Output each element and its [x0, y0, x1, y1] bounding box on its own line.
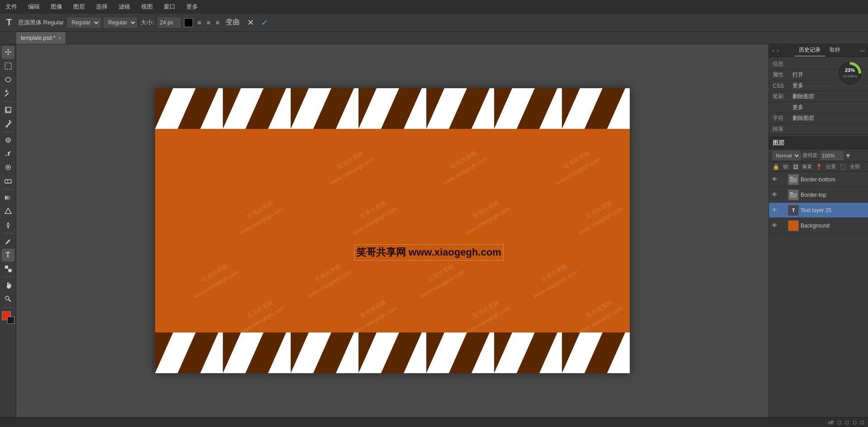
watermark-text: www.xiaogegh.com — [464, 205, 511, 236]
text-tool-label: T — [6, 251, 10, 259]
rp-tabs: 历史记录 取样 — [794, 44, 845, 57]
layers-controls: Normal 透明度: ▼ — [769, 149, 868, 162]
layer-eye-icon-2[interactable]: 👁 — [772, 191, 779, 198]
watermark-text: 笑哥共享网 — [539, 262, 569, 284]
rp-value-del-layer2[interactable]: 删除图层 — [793, 114, 864, 122]
menu-image[interactable]: 图像 — [49, 2, 64, 12]
rp-expand-btn[interactable]: >< — [859, 48, 866, 53]
layer-item-border-top[interactable]: 👁 Border-top — [769, 187, 868, 203]
main-area: T — [0, 44, 868, 417]
svg-line-2 — [5, 93, 9, 96]
confirm-btn[interactable]: ✓ — [259, 17, 270, 28]
layer-item-text25[interactable]: 👁 T Text layer 25 — [769, 203, 868, 218]
gradient-tool[interactable] — [2, 191, 14, 204]
move-tool[interactable] — [2, 46, 14, 59]
menu-select[interactable]: 选择 — [94, 2, 109, 12]
shape-tool[interactable] — [2, 262, 14, 275]
layers-section: 图层 Normal 透明度: ▼ 🔒 锁: 🖼 像素 📍 位置 ⬛ 全部 — [769, 137, 868, 417]
clone-tool[interactable] — [2, 161, 14, 174]
layer-name-text25: Text layer 25 — [801, 207, 865, 214]
watermark-text: www.xiaogegh.com — [577, 304, 624, 336]
tab-template[interactable]: template.psd * × — [16, 32, 66, 44]
layer-eye-icon-3[interactable]: 👁 — [772, 207, 779, 214]
rp-collapse-right-btn[interactable]: > — [775, 48, 780, 53]
pen-tool[interactable] — [2, 235, 14, 248]
watermark-text: 笑哥共享网 — [472, 299, 501, 320]
opacity-input[interactable] — [821, 151, 843, 160]
menu-more[interactable]: 更多 — [184, 2, 200, 12]
layer-thumb-text: T — [788, 205, 799, 216]
watermark-text: www.xiaogegh.com — [329, 155, 376, 186]
layer-eye-icon-4[interactable]: 👁 — [772, 222, 779, 229]
align-left-btn[interactable]: ≡ — [197, 18, 202, 27]
menu-edit[interactable]: 编辑 — [26, 2, 42, 12]
menu-view[interactable]: 视图 — [139, 2, 155, 12]
rp-tab-history[interactable]: 历史记录 — [794, 44, 825, 57]
menu-window[interactable]: 窗口 — [162, 2, 177, 12]
tab-bar: template.psd * × — [0, 32, 868, 44]
text-color-box[interactable] — [184, 18, 193, 27]
watermark-text: 笑哥共享网 — [245, 299, 275, 320]
status-icon-2[interactable]: ◻ — [845, 419, 849, 425]
rp-collapse-left-btn[interactable]: < — [771, 48, 775, 53]
blur-tool[interactable] — [2, 205, 14, 218]
select-rect-tool[interactable] — [2, 60, 14, 72]
tab-close-icon[interactable]: × — [58, 35, 61, 41]
status-icon-3[interactable]: ◻ — [853, 419, 857, 425]
menu-layer[interactable]: 图层 — [71, 2, 87, 12]
opacity-dropdown-icon[interactable]: ▼ — [845, 152, 851, 159]
canvas-area[interactable]: 笑哥共享网www.xiaogegh.com笑哥共享网www.xiaogegh.c… — [16, 44, 769, 417]
svg-marker-3 — [4, 89, 8, 93]
menu-filter[interactable]: 滤镜 — [117, 2, 132, 12]
lock-pos-label: 位置 — [826, 163, 836, 170]
zoom-tool[interactable] — [2, 293, 14, 305]
background-color[interactable] — [7, 317, 14, 324]
lasso-tool[interactable] — [2, 73, 14, 86]
warp-btn[interactable]: 变曲 — [224, 17, 242, 28]
status-icon-4[interactable]: ◻ — [860, 419, 864, 425]
status-icon-1[interactable]: ◻ — [837, 419, 841, 425]
brush-tool[interactable] — [2, 147, 14, 160]
watermark-layer: 笑哥共享网www.xiaogegh.com笑哥共享网www.xiaogegh.c… — [155, 88, 630, 373]
font-style-select[interactable]: Regular — [104, 18, 137, 28]
eyedropper-tool[interactable] — [2, 117, 14, 130]
lock-icon[interactable]: 🔒 — [773, 164, 779, 170]
font-family-select[interactable]: Regular — [67, 18, 100, 28]
layer-item-background[interactable]: 👁 Background — [769, 218, 868, 233]
rp-info-row-5: 更多 — [769, 102, 868, 113]
font-size-input[interactable] — [158, 18, 180, 28]
text-tool[interactable]: T — [2, 249, 14, 261]
svg-rect-35 — [790, 177, 793, 178]
watermark-text: www.xiaogegh.com — [442, 155, 489, 186]
heal-tool[interactable] — [2, 134, 14, 147]
watermark-text: www.xiaogegh.com — [419, 268, 466, 299]
lock-pos-icon[interactable]: 📍 — [816, 164, 822, 170]
layer-eye-icon[interactable]: 👁 — [772, 176, 779, 183]
cancel-btn[interactable]: ✕ — [245, 17, 256, 28]
watermark-text: 笑哥共享网 — [562, 149, 591, 171]
lock-all-icon[interactable]: ⬛ — [840, 164, 846, 170]
lock-pixel-icon[interactable]: 🖼 — [793, 164, 798, 170]
rp-value-del-layer1[interactable]: 删除图层 — [793, 93, 864, 100]
crop-tool[interactable] — [2, 104, 14, 116]
magic-wand-tool[interactable] — [2, 87, 14, 100]
stripe-bottom-layer — [155, 332, 630, 373]
rp-label-char: 字符 — [773, 114, 791, 122]
layer-item-border-bottom[interactable]: 👁 Border-bottom — [769, 172, 868, 187]
rp-value-more2[interactable]: 更多 — [793, 104, 864, 111]
blend-mode-select[interactable]: Normal — [773, 151, 801, 160]
rp-tab-samples[interactable]: 取样 — [825, 44, 845, 57]
rp-info-row-7: 段落 — [769, 124, 868, 135]
eraser-tool[interactable] — [2, 175, 14, 187]
tab-filename: template.psd * — [21, 35, 56, 41]
align-center-btn[interactable]: ≡ — [206, 18, 211, 27]
align-right-btn[interactable]: ≡ — [215, 18, 220, 27]
active-text-layer[interactable]: 笑哥共享网 www.xiaogegh.com — [354, 244, 504, 261]
rp-info-section: 信息 属性 打开 CSS 更多 笔刷 删除图层 更多 字符 删除图层 — [769, 57, 868, 137]
toolbar: T 思源黑体 Regular Regular Regular 大小: ≡ ≡ ≡… — [0, 14, 868, 32]
dodge-tool[interactable] — [2, 218, 14, 231]
svg-rect-37 — [790, 192, 793, 194]
menu-file[interactable]: 文件 — [4, 2, 19, 12]
hand-tool[interactable] — [2, 279, 14, 292]
rp-label-prop: 属性 — [773, 71, 791, 79]
